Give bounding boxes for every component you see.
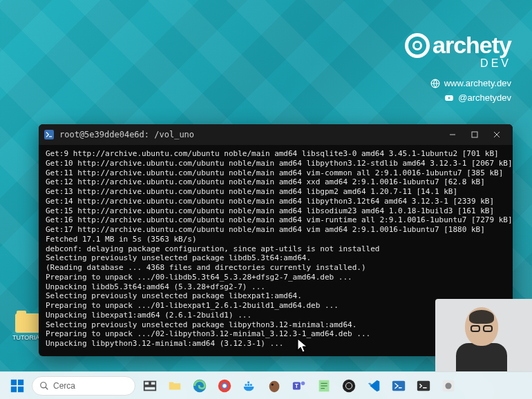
maximize-icon xyxy=(471,131,478,138)
teams-icon: T xyxy=(292,378,307,393)
svg-point-15 xyxy=(222,384,227,388)
svg-rect-18 xyxy=(250,384,252,386)
mouse-cursor-icon xyxy=(297,338,308,353)
taskbar-notepadpp[interactable] xyxy=(314,376,334,396)
taskbar-chrome[interactable] xyxy=(214,376,235,396)
svg-point-8 xyxy=(41,382,46,387)
svg-rect-19 xyxy=(247,381,249,383)
svg-point-24 xyxy=(301,381,305,385)
svg-rect-6 xyxy=(11,386,17,391)
taskbar-app[interactable] xyxy=(438,376,459,396)
svg-point-20 xyxy=(269,380,280,392)
svg-rect-11 xyxy=(144,386,156,390)
taskbar-search[interactable]: Cerca xyxy=(32,376,135,396)
chrome-icon xyxy=(217,378,232,393)
brand-youtube: @archetydev xyxy=(458,91,511,106)
taskbar-powershell[interactable] xyxy=(388,376,409,396)
taskbar-dbeaver[interactable] xyxy=(264,376,285,396)
taskbar-obs[interactable] xyxy=(339,376,359,396)
svg-rect-5 xyxy=(18,379,23,385)
app-icon xyxy=(441,378,456,393)
notepad-icon xyxy=(316,378,332,393)
brand-subtitle: DEV xyxy=(405,57,511,70)
taskview-icon xyxy=(142,378,158,393)
folder-icon xyxy=(167,378,182,393)
taskbar-taskview[interactable] xyxy=(140,376,160,396)
taskbar-docker[interactable] xyxy=(239,376,260,396)
svg-rect-4 xyxy=(11,379,17,385)
vscode-icon xyxy=(366,378,381,393)
window-minimize-button[interactable] xyxy=(442,127,463,142)
docker-icon xyxy=(242,378,257,393)
terminal-icon xyxy=(416,378,431,393)
svg-rect-7 xyxy=(18,386,23,391)
taskbar-terminal[interactable] xyxy=(413,376,434,396)
powershell-icon xyxy=(391,378,406,393)
svg-rect-9 xyxy=(144,381,149,385)
globe-icon xyxy=(430,79,440,88)
windows-icon xyxy=(10,378,25,393)
taskbar-edge[interactable] xyxy=(189,376,210,396)
dbeaver-icon xyxy=(267,378,282,393)
window-maximize-button[interactable] xyxy=(464,127,485,142)
terminal-title: root@5e39dde04e6d: /vol_uno xyxy=(59,130,437,140)
taskbar-vscode[interactable] xyxy=(363,376,384,396)
brand-logo-icon xyxy=(405,33,430,58)
powershell-icon xyxy=(44,130,54,139)
brand-overlay: archety DEV www.archety.dev @archetydev xyxy=(405,32,511,106)
webcam-overlay xyxy=(435,299,532,371)
folder-icon xyxy=(15,313,40,333)
taskbar-explorer[interactable] xyxy=(164,376,185,396)
svg-rect-3 xyxy=(472,132,477,137)
taskbar-teams[interactable]: T xyxy=(289,376,310,396)
svg-rect-17 xyxy=(247,384,249,386)
search-icon xyxy=(39,381,49,391)
edge-icon xyxy=(192,378,207,393)
minimize-icon xyxy=(449,131,456,138)
svg-rect-10 xyxy=(151,381,155,385)
youtube-icon xyxy=(444,93,454,103)
svg-rect-29 xyxy=(417,380,430,391)
window-close-button[interactable] xyxy=(486,127,507,142)
svg-rect-16 xyxy=(245,384,247,386)
svg-point-21 xyxy=(272,383,274,385)
terminal-titlebar[interactable]: root@5e39dde04e6d: /vol_uno xyxy=(39,124,513,145)
windows-taskbar[interactable]: Cerca T xyxy=(0,371,532,399)
search-placeholder: Cerca xyxy=(53,381,75,391)
svg-text:T: T xyxy=(295,382,298,389)
svg-point-31 xyxy=(445,382,451,389)
svg-point-26 xyxy=(343,379,355,391)
close-icon xyxy=(493,131,500,138)
obs-icon xyxy=(341,378,357,393)
brand-name: archety xyxy=(433,32,511,59)
start-button[interactable] xyxy=(7,376,28,396)
brand-website: www.archety.dev xyxy=(444,77,511,91)
